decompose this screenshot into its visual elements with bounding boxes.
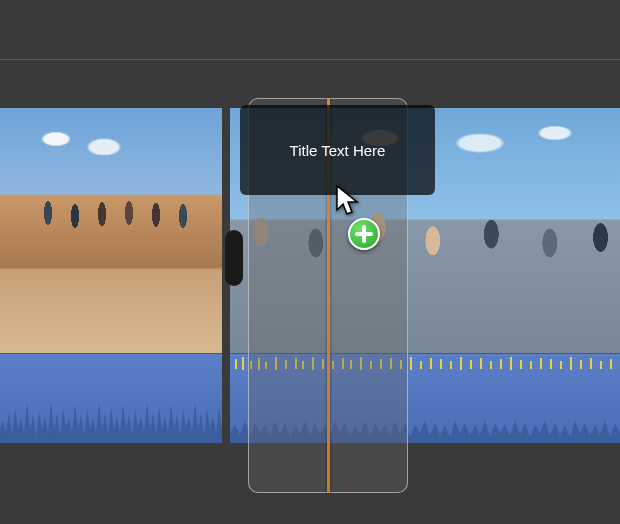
- clip-audio-track[interactable]: [230, 353, 620, 443]
- sky-clouds: [20, 123, 140, 163]
- svg-rect-17: [390, 358, 392, 369]
- svg-rect-29: [510, 357, 512, 370]
- svg-rect-25: [470, 360, 472, 369]
- svg-rect-39: [610, 359, 612, 369]
- svg-rect-23: [450, 361, 452, 369]
- title-drag-preview[interactable]: Title Text Here: [240, 105, 435, 195]
- svg-rect-10: [322, 359, 324, 369]
- svg-rect-4: [265, 362, 267, 369]
- clip-audio-track[interactable]: [0, 353, 222, 443]
- svg-rect-35: [570, 357, 572, 370]
- audio-waveform: [0, 373, 222, 443]
- svg-rect-6: [285, 360, 287, 369]
- svg-rect-27: [490, 361, 492, 369]
- svg-rect-15: [370, 361, 372, 369]
- video-clip[interactable]: [0, 108, 222, 443]
- clip-thumbnail: [0, 108, 222, 353]
- svg-rect-31: [530, 361, 532, 369]
- svg-rect-22: [440, 359, 442, 369]
- svg-rect-3: [258, 358, 260, 370]
- audio-peaks: [230, 356, 620, 371]
- svg-rect-7: [295, 358, 297, 369]
- transition-handle[interactable]: [225, 230, 243, 286]
- svg-rect-12: [342, 358, 344, 369]
- add-plus-icon: [348, 218, 380, 250]
- audio-waveform: [230, 373, 620, 443]
- svg-rect-14: [360, 357, 362, 370]
- svg-rect-8: [302, 361, 304, 369]
- svg-rect-5: [275, 357, 277, 370]
- svg-rect-34: [560, 361, 562, 369]
- svg-rect-20: [420, 361, 422, 369]
- svg-rect-13: [350, 360, 352, 369]
- svg-rect-18: [400, 360, 402, 369]
- svg-rect-36: [580, 360, 582, 369]
- svg-rect-1: [242, 357, 244, 370]
- svg-rect-26: [480, 358, 482, 369]
- svg-rect-38: [600, 361, 602, 369]
- svg-rect-16: [380, 359, 382, 369]
- toolbar-strip: [0, 0, 620, 60]
- svg-rect-9: [312, 357, 314, 370]
- svg-rect-2: [250, 361, 252, 369]
- svg-rect-30: [520, 360, 522, 369]
- title-placeholder-text: Title Text Here: [290, 142, 386, 159]
- svg-rect-33: [550, 359, 552, 369]
- svg-rect-19: [410, 357, 412, 370]
- svg-rect-24: [460, 357, 462, 370]
- svg-rect-11: [332, 361, 334, 369]
- svg-rect-37: [590, 358, 592, 369]
- svg-rect-21: [430, 358, 432, 369]
- svg-rect-28: [500, 359, 502, 369]
- svg-rect-32: [540, 358, 542, 369]
- svg-rect-0: [235, 359, 237, 369]
- timeline[interactable]: Title Text Here: [0, 60, 620, 524]
